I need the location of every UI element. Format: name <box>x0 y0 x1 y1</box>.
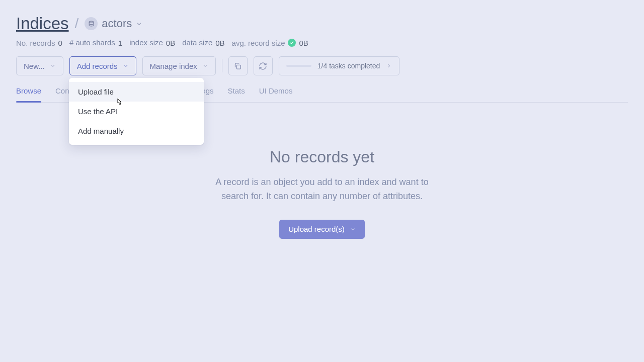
database-icon <box>85 17 98 30</box>
chevron-down-icon <box>136 21 142 27</box>
copy-icon <box>233 62 242 70</box>
tasks-progress[interactable]: 1/4 tasks completed <box>279 56 400 75</box>
breadcrumb-root-link[interactable]: Indices <box>16 14 69 33</box>
dropdown-item-use-api[interactable]: Use the API <box>69 102 204 121</box>
check-icon <box>288 39 296 47</box>
empty-body: A record is an object you add to an inde… <box>206 175 438 204</box>
empty-state: No records yet A record is an object you… <box>16 148 628 239</box>
svg-rect-1 <box>237 65 241 69</box>
add-records-button[interactable]: Add records <box>69 56 136 75</box>
tasks-label: 1/4 tasks completed <box>317 62 380 70</box>
svg-point-0 <box>89 21 94 23</box>
manage-index-button[interactable]: Manage index <box>142 56 216 75</box>
stat-records: No. records 0 <box>16 39 62 47</box>
refresh-icon <box>259 62 267 70</box>
empty-title: No records yet <box>16 148 628 166</box>
stats-row: No. records 0 # auto shards 1 index size… <box>16 38 628 47</box>
chevron-right-icon <box>386 63 392 69</box>
breadcrumb: Indices / actors <box>16 14 628 33</box>
progress-bar <box>286 65 311 67</box>
stat-data-size[interactable]: data size 0B <box>182 38 224 47</box>
breadcrumb-current-label: actors <box>102 17 132 30</box>
separator <box>222 59 222 72</box>
dropdown-item-add-manually[interactable]: Add manually <box>69 121 204 141</box>
tab-stats[interactable]: Stats <box>228 86 245 102</box>
add-records-dropdown: Upload file Use the API Add manually <box>69 78 204 145</box>
chevron-down-icon <box>350 226 356 232</box>
upload-records-button[interactable]: Upload record(s) <box>279 220 365 239</box>
copy-button[interactable] <box>228 56 248 75</box>
stat-shards[interactable]: # auto shards 1 <box>69 38 122 47</box>
new-button[interactable]: New... <box>16 56 63 75</box>
chevron-down-icon <box>202 63 208 69</box>
toolbar: New... Add records Manage index 1/4 task… <box>16 56 628 75</box>
tab-ui-demos[interactable]: UI Demos <box>259 86 293 102</box>
breadcrumb-current[interactable]: actors <box>85 17 142 30</box>
stat-avg-size: avg. record size 0B <box>232 39 308 47</box>
dropdown-item-upload-file[interactable]: Upload file <box>69 82 204 102</box>
stat-index-size[interactable]: index size 0B <box>129 38 175 47</box>
chevron-down-icon <box>123 63 129 69</box>
breadcrumb-separator: / <box>75 16 79 32</box>
refresh-button[interactable] <box>254 56 273 75</box>
tab-browse[interactable]: Browse <box>16 86 41 102</box>
chevron-down-icon <box>50 63 56 69</box>
cursor-pointer-icon <box>115 98 124 108</box>
